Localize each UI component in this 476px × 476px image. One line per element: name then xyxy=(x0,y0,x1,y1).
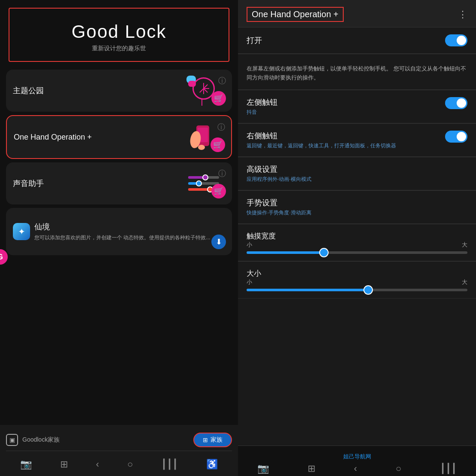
nav-scan-icon[interactable]: ⊞ xyxy=(60,459,68,470)
touch-width-labels: 小 大 xyxy=(247,241,467,249)
app-subtitle: 重新设计您的趣乐世 xyxy=(92,45,146,52)
family-button-icon: ⊞ xyxy=(203,436,208,443)
app-download-button[interactable]: 🛒 xyxy=(211,91,226,106)
slider-dot-1 xyxy=(202,174,208,180)
left-btn-info: 左侧触钮 抖音 xyxy=(247,97,445,116)
app-title: Good Lock xyxy=(71,21,166,42)
xian-title: 仙境 xyxy=(34,223,50,231)
xian-download-button[interactable]: ⬇ xyxy=(211,235,226,249)
xian-text: 仙境 您可以添加您喜欢的图片，并创建一个 动态特效。使用提供的各种粒子特效... xyxy=(34,222,225,241)
slider-row-2 xyxy=(188,182,219,185)
goodlock-family-text: Goodlock家族 xyxy=(22,436,193,444)
nav-back-icon[interactable]: ‹ xyxy=(96,459,99,470)
app-card-one-hand[interactable]: One Hand Operation + ⓘ 🛒 xyxy=(6,115,232,159)
touch-width-min: 小 xyxy=(247,241,252,249)
size-fill xyxy=(247,289,368,291)
right-panel: One Hand Operation + ⋮ 打开 在屏幕左侧或右侧添加手势触钮… xyxy=(238,0,476,476)
toggle-knob xyxy=(457,36,466,45)
one-hand-download-button[interactable]: 🛒 xyxy=(211,137,225,152)
setting-right-button[interactable]: 右侧触钮 返回键，最近键，返回键，快速工具，打开通知面板，任务切换器 xyxy=(238,124,476,157)
right-btn-info: 右侧触钮 返回键，最近键，返回键，快速工具，打开通知面板，任务切换器 xyxy=(247,131,445,150)
left-btn-row: 左侧触钮 抖音 xyxy=(247,97,467,116)
left-bottom: ▣ Goodlock家族 ⊞ 家族 📷 ⊞ ‹ ○ ┃┃┃ ♿ xyxy=(0,425,238,476)
right-bottom-nav: 姐己导航网 📷 ⊞ ‹ ○ ┃┃┃ xyxy=(238,445,476,476)
right-btn-label: 右侧触钮 xyxy=(247,131,278,140)
right-menu-icon[interactable]: ⋮ xyxy=(458,9,467,20)
setting-advanced[interactable]: 高级设置 应用程序例外·动画·横向模式 xyxy=(238,157,476,190)
size-min: 小 xyxy=(247,278,252,286)
theme-park-title: 主题公园 xyxy=(13,86,44,95)
size-slider[interactable] xyxy=(247,289,467,291)
app-card-xian[interactable]: ✦ 仙境 您可以添加您喜欢的图片，并创建一个 动态特效。使用提供的各种粒子特效.… xyxy=(6,208,232,255)
main-description: 在屏幕左侧或右侧添加手势触钮，以便单手轻松控制手机。 您可以自定义从各个触钮向不… xyxy=(247,64,467,82)
open-toggle[interactable] xyxy=(445,34,467,46)
left-btn-label: 左侧触钮 xyxy=(247,98,278,107)
touch-width-fill xyxy=(247,251,324,254)
right-nav-home[interactable]: ○ xyxy=(396,463,401,474)
app-info-icon[interactable]: ⓘ xyxy=(218,76,226,86)
setting-gesture[interactable]: 手势设置 快捷操作·手势角度·滑动距离 xyxy=(238,191,476,224)
app-card-theme-park[interactable]: 主题公园 ⓘ 🛒 xyxy=(6,70,232,112)
right-nav-back[interactable]: ‹ xyxy=(354,463,357,474)
nav-home-icon[interactable]: ○ xyxy=(127,459,133,470)
right-header: One Hand Operation + ⋮ xyxy=(238,0,476,27)
nav-accessibility-icon[interactable]: ♿ xyxy=(206,459,218,470)
family-button-label: 家族 xyxy=(211,436,223,444)
size-labels: 小 大 xyxy=(247,278,467,286)
toggle-row: 打开 xyxy=(247,34,467,46)
setting-toggle-open: 打开 xyxy=(238,27,476,54)
goodlock-header: Good Lock 重新设计您的趣乐世 xyxy=(9,8,229,62)
right-btn-knob xyxy=(457,132,466,141)
touch-width-handle[interactable] xyxy=(319,248,329,257)
audio-download-button[interactable]: 🛒 xyxy=(211,184,226,198)
right-nav-bar: 📷 ⊞ ‹ ○ ┃┃┃ xyxy=(238,463,476,474)
right-title: One Hand Operation + xyxy=(247,7,344,22)
size-handle[interactable] xyxy=(363,285,373,295)
left-btn-toggle[interactable] xyxy=(445,97,467,109)
advanced-sublabel: 应用程序例外·动画·横向模式 xyxy=(247,176,467,183)
touch-width-max: 大 xyxy=(462,241,467,249)
gesture-sublabel: 快捷操作·手势角度·滑动距离 xyxy=(247,209,467,217)
setting-desc-section: 在屏幕左侧或右侧添加手势触钮，以便单手轻松控制手机。 您可以自定义从各个触钮向不… xyxy=(238,54,476,90)
size-max: 大 xyxy=(462,278,467,286)
open-label: 打开 xyxy=(247,35,262,46)
touch-width-slider[interactable] xyxy=(247,251,467,254)
size-title: 大小 xyxy=(247,269,261,278)
svg-point-3 xyxy=(198,145,205,150)
family-button[interactable]: ⊞ 家族 xyxy=(193,433,232,447)
ferris-stand xyxy=(201,99,202,106)
touch-width-section: 触摸宽度 小 大 xyxy=(238,224,476,261)
app-info-icon-onehand[interactable]: ⓘ xyxy=(217,122,225,132)
left-nav-bar: 📷 ⊞ ‹ ○ ┃┃┃ ♿ xyxy=(6,455,232,472)
audio-title: 声音助手 xyxy=(13,179,44,188)
slider-row-1 xyxy=(188,176,219,179)
xian-icon: ✦ xyxy=(13,223,30,240)
touch-width-title: 触摸宽度 xyxy=(247,232,276,240)
xian-desc: 您可以添加您喜欢的图片，并创建一个 动态特效。使用提供的各种粒子特效... xyxy=(34,234,225,241)
one-hand-title: One Hand Operation + xyxy=(14,133,92,141)
right-btn-row: 右侧触钮 返回键，最近键，返回键，快速工具，打开通知面板，任务切换器 xyxy=(247,131,467,150)
slider-dot-2 xyxy=(196,180,202,186)
right-btn-sublabel: 返回键，最近键，返回键，快速工具，打开通知面板，任务切换器 xyxy=(247,142,445,150)
gesture-label: 手势设置 xyxy=(247,198,278,207)
bottom-watermark: 姐己导航网 xyxy=(238,450,476,463)
goodlock-family-bar: ▣ Goodlock家族 ⊞ 家族 xyxy=(6,429,232,451)
app-info-icon-audio[interactable]: ⓘ xyxy=(218,168,226,179)
advanced-label: 高级设置 xyxy=(247,165,278,174)
app-card-text: 主题公园 xyxy=(13,85,182,96)
right-nav-scan[interactable]: ⊞ xyxy=(308,463,315,474)
nav-camera-icon[interactable]: 📷 xyxy=(20,459,32,470)
nav-multiwindow-icon[interactable]: ┃┃┃ xyxy=(161,459,178,470)
right-nav-camera[interactable]: 📷 xyxy=(257,463,269,474)
audio-text: 声音助手 xyxy=(13,178,182,189)
left-btn-knob xyxy=(457,98,466,108)
setting-left-button[interactable]: 左侧触钮 抖音 xyxy=(238,90,476,123)
one-hand-text: One Hand Operation + xyxy=(14,133,181,142)
left-panel: Good Lock 重新设计您的趣乐世 ⋮ 主题公园 xyxy=(0,0,238,476)
size-section: 大小 小 大 xyxy=(238,262,476,299)
right-btn-toggle[interactable] xyxy=(445,131,467,143)
goodlock-family-icon: ▣ xyxy=(6,434,18,446)
right-content: 打开 在屏幕左侧或右侧添加手势触钮，以便单手轻松控制手机。 您可以自定义从各个触… xyxy=(238,27,476,445)
app-card-audio[interactable]: 声音助手 ⓘ xyxy=(6,162,232,204)
right-nav-multiwindow[interactable]: ┃┃┃ xyxy=(440,463,457,474)
